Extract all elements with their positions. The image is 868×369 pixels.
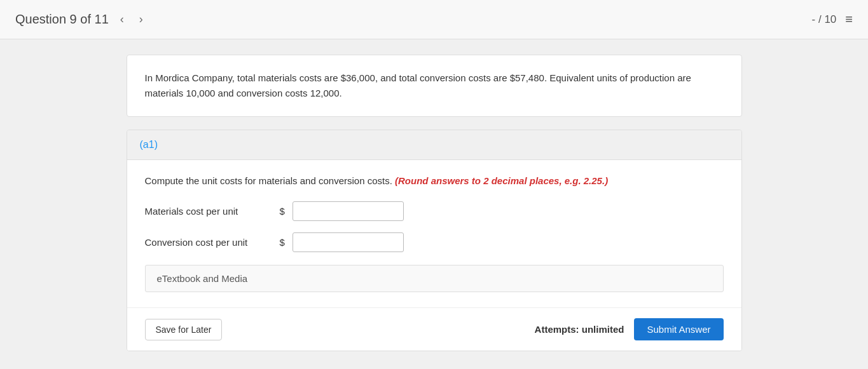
submit-answer-button[interactable]: Submit Answer xyxy=(634,318,723,340)
instruction-text: Compute the unit costs for materials and… xyxy=(145,175,724,186)
footer-right: Attempts: unlimited Submit Answer xyxy=(535,318,724,340)
context-text: In Mordica Company, total materials cost… xyxy=(145,70,724,101)
conversion-input[interactable] xyxy=(293,232,404,252)
next-button[interactable]: › xyxy=(135,10,147,29)
instruction-highlight: (Round answers to 2 decimal places, e.g.… xyxy=(395,175,608,186)
attempts-text: Attempts: unlimited xyxy=(535,324,624,335)
list-icon[interactable]: ≡ xyxy=(845,12,853,27)
main-content: In Mordica Company, total materials cost… xyxy=(116,39,752,366)
header-left: Question 9 of 11 ‹ › xyxy=(15,10,147,29)
sub-question-body: Compute the unit costs for materials and… xyxy=(127,160,741,307)
conversion-row: Conversion cost per unit $ xyxy=(145,232,724,252)
sub-question-header: (a1) xyxy=(127,130,741,160)
etextbook-label: eTextbook and Media xyxy=(157,273,248,284)
header-right: - / 10 ≡ xyxy=(812,12,853,27)
question-title: Question 9 of 11 xyxy=(15,12,109,27)
materials-row: Materials cost per unit $ xyxy=(145,201,724,221)
conversion-label: Conversion cost per unit xyxy=(145,237,272,248)
materials-label: Materials cost per unit xyxy=(145,206,272,217)
materials-input[interactable] xyxy=(293,201,404,221)
prev-button[interactable]: ‹ xyxy=(116,10,128,29)
save-later-button[interactable]: Save for Later xyxy=(145,319,223,340)
question-context-card: In Mordica Company, total materials cost… xyxy=(127,55,742,117)
sub-question-label: (a1) xyxy=(140,139,158,150)
conversion-dollar: $ xyxy=(280,237,285,248)
footer-bar: Save for Later Attempts: unlimited Submi… xyxy=(127,307,741,351)
instruction-plain: Compute the unit costs for materials and… xyxy=(145,175,396,186)
etextbook-bar[interactable]: eTextbook and Media xyxy=(145,265,724,292)
score-display: - / 10 xyxy=(812,13,837,26)
materials-dollar: $ xyxy=(280,206,285,217)
sub-question-card: (a1) Compute the unit costs for material… xyxy=(127,130,742,351)
header: Question 9 of 11 ‹ › - / 10 ≡ xyxy=(0,0,868,39)
